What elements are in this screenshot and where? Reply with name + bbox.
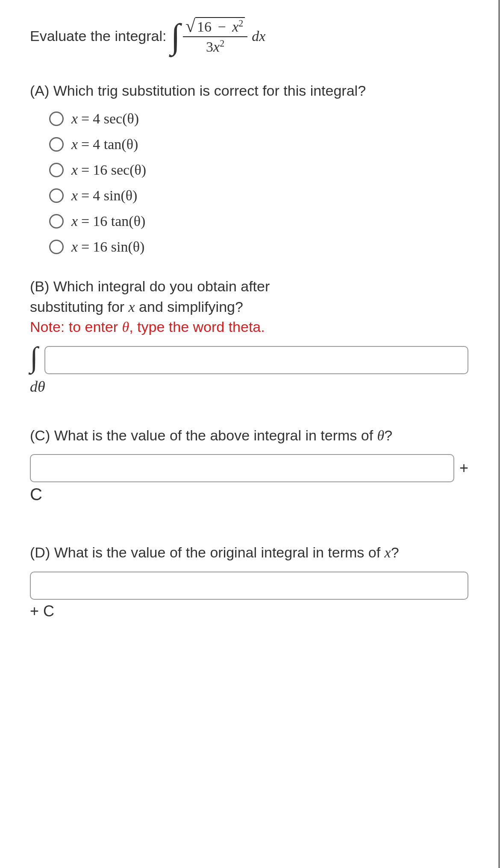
part-b-input[interactable] (44, 346, 468, 374)
integral-expression: ∫ √ 16 − x2 3x2 dx (171, 17, 265, 55)
part-b-note-b: , type the word theta. (129, 319, 265, 335)
part-a-options: x=4 sec(θ) x=4 tan(θ) x=16 sec(θ) x=4 si… (49, 111, 468, 255)
option-5[interactable]: x=16 tan(θ) (49, 213, 468, 229)
den-var: x (213, 39, 220, 55)
part-b-line2a: substituting for (30, 299, 129, 315)
part-a-question: (A) Which trig substitution is correct f… (30, 81, 468, 101)
radio-icon[interactable] (49, 214, 64, 229)
part-d-var: x (385, 545, 391, 560)
minus-sign: − (215, 19, 228, 35)
part-d-question: (D) What is the value of the original in… (30, 542, 468, 563)
radio-icon[interactable] (49, 111, 64, 126)
opt1-lhs: x (71, 111, 78, 126)
part-c-qmark: ? (384, 427, 392, 443)
part-b-line2b: and simplifying? (135, 299, 243, 315)
option-2[interactable]: x=4 tan(θ) (49, 136, 468, 152)
numerator: √ 16 − x2 (183, 17, 247, 37)
prompt-line: Evaluate the integral: ∫ √ 16 − x2 3x2 (30, 17, 468, 55)
part-b-note-theta: θ (122, 319, 129, 335)
option-3[interactable]: x=16 sec(θ) (49, 162, 468, 178)
sqrt-term-exp: 2 (238, 18, 243, 29)
part-c-var: θ (377, 428, 385, 443)
problem-page: Evaluate the integral: ∫ √ 16 − x2 3x2 (0, 0, 500, 868)
part-d-text: (D) What is the value of the original in… (30, 544, 385, 560)
dx: dx (252, 28, 265, 44)
part-b-note-a: Note: to enter (30, 319, 122, 335)
constant-c: C (30, 485, 468, 504)
fraction: √ 16 − x2 3x2 (183, 17, 247, 55)
sqrt-term-x: x (232, 19, 238, 35)
part-b-question: (B) Which integral do you obtain after s… (30, 276, 468, 337)
prompt-label: Evaluate the integral: (30, 28, 166, 44)
option-1[interactable]: x=4 sec(θ) (49, 111, 468, 127)
sqrt-icon: √ (185, 17, 195, 35)
part-c-text: (C) What is the value of the above integ… (30, 427, 377, 443)
plus-c-label: + C (30, 602, 468, 620)
part-b-var: x (129, 299, 135, 315)
part-c: (C) What is the value of the above integ… (30, 425, 468, 504)
part-d-qmark: ? (391, 544, 399, 560)
integral-sign-icon: ∫ (171, 19, 180, 54)
radio-icon[interactable] (49, 163, 64, 177)
radio-icon[interactable] (49, 188, 64, 203)
den-coeff: 3 (206, 39, 213, 55)
part-b-line1: (B) Which integral do you obtain after (30, 278, 270, 294)
den-exp: 2 (220, 38, 224, 49)
part-d-input[interactable] (30, 572, 468, 600)
radio-icon[interactable] (49, 240, 64, 254)
part-c-input[interactable] (30, 454, 454, 482)
part-c-question: (C) What is the value of the above integ… (30, 425, 468, 446)
part-c-input-row: + (30, 454, 468, 482)
radio-icon[interactable] (49, 137, 64, 152)
option-6[interactable]: x=16 sin(θ) (49, 239, 468, 255)
denominator: 3x2 (203, 37, 227, 55)
option-4[interactable]: x=4 sin(θ) (49, 188, 468, 204)
sqrt-term-a: 16 (197, 19, 212, 35)
dtheta-label: dθ (30, 378, 468, 396)
part-b-input-row: ∫ (30, 346, 468, 374)
integral-sign-icon: ∫ (30, 344, 38, 370)
part-d: (D) What is the value of the original in… (30, 542, 468, 620)
part-d-input-row (30, 572, 468, 600)
plus-sign: + (459, 459, 468, 477)
